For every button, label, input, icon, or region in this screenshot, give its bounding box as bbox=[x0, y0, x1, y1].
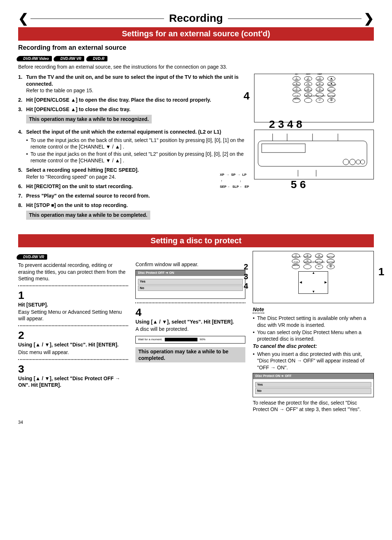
badge-dvdrw-vr: DVD-RW VR bbox=[55, 56, 84, 61]
remote-button: ENTER⦿ bbox=[327, 98, 335, 103]
svg-point-4 bbox=[360, 160, 365, 164]
progress-pct: 90% bbox=[200, 338, 205, 341]
step-7: Press "Play" on the external source to r… bbox=[18, 192, 245, 199]
svg-rect-0 bbox=[258, 141, 367, 166]
protect-note-complete: This operation may take a while to be co… bbox=[135, 347, 245, 362]
step-4-bullet-1: To use the input jacks on the back of th… bbox=[26, 137, 245, 150]
step-3-lead: Hit [OPEN/CLOSE ▲] to close the disc tra… bbox=[26, 106, 130, 112]
note-bullet-1: The Disc Protect setting is available on… bbox=[253, 315, 374, 328]
confirm-appear: Confirm window will appear. bbox=[135, 261, 245, 268]
page-number: 34 bbox=[18, 420, 374, 426]
protect-step-4-num: 4 bbox=[135, 307, 245, 318]
step-5: Select a recording speed hitting [REC SP… bbox=[18, 167, 245, 180]
protect-side-nums: 2 3 4 bbox=[244, 262, 248, 291]
protect-step-2-num: 2 bbox=[18, 330, 128, 341]
protect-step-3-num: 3 bbox=[18, 364, 128, 374]
step-3-note: This operation may take a while to be re… bbox=[26, 115, 152, 123]
section-band-2: Setting a disc to protect bbox=[18, 234, 374, 248]
protect-step-1-num: 1 bbox=[18, 290, 128, 301]
remote-button: RETURN↩ bbox=[316, 98, 324, 103]
protect-side-1: 1 bbox=[378, 264, 384, 279]
section-band-1: Settings for an external source (cont'd) bbox=[18, 27, 374, 41]
cancel-protect-body: When you insert a disc protected with th… bbox=[253, 351, 374, 371]
step-2: Hit [OPEN/CLOSE ▲] to open the disc tray… bbox=[18, 97, 245, 103]
osd2-yes: Yes bbox=[255, 382, 371, 388]
svg-point-2 bbox=[350, 159, 355, 165]
remote-button: ENTER⦿ bbox=[327, 264, 335, 269]
protect-step-4-body: A disc will be protected. bbox=[135, 326, 245, 332]
note-heading: Note bbox=[253, 306, 264, 313]
protect-step-1-body: Easy Setting Menu or Advanced Setting Me… bbox=[18, 309, 128, 322]
progress-osd: Wait for a moment. 90% bbox=[135, 336, 245, 344]
chevron-left-icon: ❮ bbox=[18, 12, 28, 24]
protect-intro: To prevent accidental recording, editing… bbox=[18, 262, 128, 282]
dpad-down: ▼ bbox=[312, 290, 315, 294]
step-4-bullet-2: To use the input jacks on the front of t… bbox=[26, 151, 245, 164]
step-5-sub: Refer to "Recording speed" on page 24. bbox=[26, 174, 245, 180]
protect-step-4-title: Using [▲ / ▼], select "Yes". Hit [ENTER]… bbox=[135, 318, 245, 325]
osd1-no: No bbox=[138, 285, 243, 291]
cancel-protect-heading: To cancel the disc protect: bbox=[253, 343, 374, 349]
osd2-header: Disc Protect ON ➜ OFF bbox=[253, 373, 373, 379]
speed-row-1: XP → SP → LP bbox=[220, 172, 249, 178]
osd1-header: Disc Protect OFF ➜ ON bbox=[136, 270, 245, 276]
svg-point-5 bbox=[343, 159, 349, 165]
dpad-up: ▲ bbox=[312, 271, 315, 275]
disc-badges: DVD-RW Video DVD-RW VR DVD-R bbox=[18, 55, 374, 61]
unit-front-figure: 2 3 4 8 5 6 bbox=[254, 130, 374, 179]
dpad-left: ◀ bbox=[299, 280, 302, 285]
badge-dvdrw-vr-2: DVD-RW VR bbox=[18, 254, 47, 260]
osd2-no: No bbox=[255, 388, 371, 394]
step-4-lead: Select the input of the unit which the e… bbox=[26, 129, 221, 135]
speed-row-2: ↑ ↓ bbox=[220, 178, 249, 184]
remote-button: TOP MENU bbox=[293, 98, 301, 103]
osd-protect-off-on: Disc Protect OFF ➜ ON Yes No bbox=[135, 270, 245, 299]
step-6: Hit [REC/OTR] on the unit to start recor… bbox=[18, 183, 163, 190]
intro-text: Before recording from an external source… bbox=[18, 64, 374, 70]
progress-lead: Wait for a moment. bbox=[138, 338, 162, 341]
remote-callout-4: 4 bbox=[244, 89, 250, 103]
step-4: Select the input of the unit which the e… bbox=[18, 129, 245, 164]
remote-button: MENU/LIST bbox=[303, 264, 311, 269]
note-bullet-2: You can select only Disc Protect Menu wh… bbox=[253, 329, 374, 342]
protect-step-2-title: Using [▲ / ▼], select "Disc". Hit [ENTER… bbox=[18, 341, 128, 348]
recording-steps: Turn the TV and the unit on, and be sure… bbox=[18, 74, 245, 222]
protect-step-1-title: Hit [SETUP]. bbox=[18, 301, 128, 308]
speed-diagram: XP → SP → LP ↑ ↓ SEP ← SLP ← EP bbox=[220, 172, 249, 190]
step-7-lead: Press "Play" on the external source to r… bbox=[26, 193, 150, 199]
speed-row-3: SEP ← SLP ← EP bbox=[220, 184, 249, 190]
release-text: To release the protect for the disc, sel… bbox=[253, 399, 374, 413]
remote-figure-protect: 2 3 4 1 789DISPLAYSPACE0CLEARSETUPTOP ME… bbox=[253, 251, 374, 303]
osd1-yes: Yes bbox=[138, 279, 243, 285]
step-1-sub: Refer to the table on page 15. bbox=[26, 87, 245, 94]
main-title: Recording bbox=[169, 11, 223, 25]
svg-point-3 bbox=[356, 160, 360, 164]
sub-heading-1: Recording from an external source bbox=[18, 44, 374, 52]
unit-svg bbox=[254, 130, 373, 177]
unit-top-callouts: 2 3 4 8 bbox=[269, 117, 302, 131]
svg-rect-1 bbox=[262, 144, 305, 153]
step-8-lead: Hit [STOP ■] on the unit to stop recordi… bbox=[26, 202, 128, 208]
page-title-row: ❮ Recording ❯ bbox=[18, 11, 374, 25]
remote-button: MENU/LIST bbox=[304, 98, 312, 103]
osd-protect-on-off: Disc Protect ON ➜ OFF Yes No bbox=[253, 373, 374, 397]
step-2-lead: Hit [OPEN/CLOSE ▲] to open the disc tray… bbox=[26, 97, 211, 103]
step-3: Hit [OPEN/CLOSE ▲] to close the disc tra… bbox=[18, 106, 245, 126]
chevron-right-icon: ❯ bbox=[364, 12, 374, 24]
step-1: Turn the TV and the unit on, and be sure… bbox=[18, 74, 245, 94]
dpad-icon: ▲ ▼ ◀ ▶ bbox=[298, 271, 328, 294]
progress-bar-icon bbox=[165, 338, 197, 341]
protect-step-2-body: Disc menu will appear. bbox=[18, 349, 128, 356]
step-8-note: This operation may take a while to be co… bbox=[26, 211, 150, 219]
protect-step-3-title: Using [▲ / ▼], select "Disc Protect OFF … bbox=[18, 375, 128, 388]
step-1-lead: Turn the TV and the unit on, and be sure… bbox=[26, 74, 238, 86]
step-6-lead: Hit [REC/OTR] on the unit to start recor… bbox=[26, 183, 133, 189]
step-8: Hit [STOP ■] on the unit to stop recordi… bbox=[18, 202, 245, 222]
remote-button: TOP MENU bbox=[292, 264, 300, 269]
remote-button: RETURN↩ bbox=[315, 264, 323, 269]
badge-dvdr: DVD-R bbox=[88, 56, 107, 61]
unit-bottom-callouts: 5 6 bbox=[291, 177, 306, 191]
remote-figure-top: 4 .@/: 1ABC2DEF3▲GHI4JKL5MNO6CH▼PQRS7TUV… bbox=[254, 74, 374, 122]
step-5-lead: Select a recording speed hitting [REC SP… bbox=[26, 167, 139, 173]
badge-dvdrw-video: DVD-RW Video bbox=[18, 56, 52, 61]
